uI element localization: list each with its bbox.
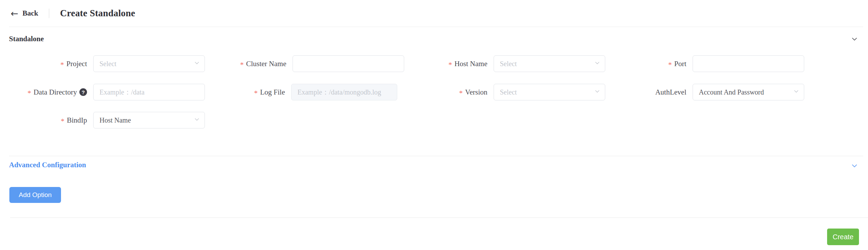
create-standalone-page: ← Back Create Standalone Standalone * Pr…	[0, 0, 868, 250]
required-marker: *	[61, 117, 64, 126]
bind-ip-label: * BindIp	[0, 116, 87, 125]
required-marker: *	[60, 61, 64, 69]
required-marker: *	[459, 89, 463, 98]
log-file-label: * Log File	[195, 88, 285, 97]
chevron-down-icon[interactable]	[851, 162, 858, 170]
host-name-select-placeholder: Select	[500, 60, 517, 68]
cluster-name-label: * Cluster Name	[196, 60, 286, 68]
required-marker: *	[240, 61, 244, 69]
form-item-port: * Port	[596, 55, 804, 72]
advanced-section-divider	[9, 156, 863, 156]
create-button[interactable]: Create	[827, 229, 859, 245]
project-label: * Project	[0, 60, 87, 68]
page-header: ← Back Create Standalone	[0, 0, 868, 27]
back-button[interactable]: ← Back	[11, 9, 38, 18]
data-directory-label: * Data Directory ?	[0, 88, 87, 97]
port-input[interactable]	[693, 56, 804, 72]
form-item-cluster-name: * Cluster Name	[196, 55, 404, 72]
port-label: * Port	[596, 60, 686, 68]
required-marker: *	[27, 89, 31, 98]
form-item-auth-level: AuthLevel Account And Password	[596, 84, 804, 100]
bind-ip-select[interactable]: Host Name	[93, 112, 205, 128]
form-item-host-name: * Host Name Select	[397, 55, 605, 72]
version-label: * Version	[397, 88, 487, 97]
add-option-button[interactable]: Add Option	[9, 187, 61, 203]
header-divider	[9, 27, 863, 27]
data-directory-field	[93, 84, 205, 100]
header-divider-vertical	[49, 9, 49, 18]
cluster-name-field	[293, 55, 404, 72]
chevron-down-icon[interactable]	[851, 35, 858, 43]
port-field	[693, 55, 804, 72]
question-circle-icon[interactable]: ?	[79, 88, 87, 96]
form-item-project: * Project Select	[0, 55, 205, 72]
required-marker: *	[254, 89, 258, 98]
back-label: Back	[23, 9, 38, 18]
host-name-label: * Host Name	[397, 60, 487, 68]
auth-level-label: AuthLevel	[596, 88, 686, 97]
log-file-field	[291, 84, 397, 100]
auth-level-select-value: Account And Password	[699, 88, 764, 96]
auth-level-select[interactable]: Account And Password	[693, 84, 804, 100]
form-item-log-file: * Log File	[195, 84, 397, 100]
project-select-placeholder: Select	[99, 60, 116, 68]
form-item-data-directory: * Data Directory ?	[0, 84, 205, 100]
cluster-name-input[interactable]	[293, 56, 404, 72]
required-marker: *	[448, 61, 452, 69]
required-marker: *	[668, 61, 672, 69]
project-select[interactable]: Select	[93, 55, 205, 72]
section-title-standalone: Standalone	[9, 35, 44, 43]
version-select[interactable]: Select	[494, 84, 605, 100]
page-title: Create Standalone	[60, 8, 135, 19]
bind-ip-select-value: Host Name	[99, 116, 131, 124]
version-select-placeholder: Select	[500, 88, 517, 96]
form-item-version: * Version Select	[397, 84, 605, 100]
data-directory-input[interactable]	[94, 84, 205, 100]
chevron-down-icon	[194, 116, 200, 124]
footer-divider	[10, 217, 868, 218]
host-name-select[interactable]: Select	[494, 55, 605, 72]
log-file-input	[292, 84, 397, 100]
form-item-bind-ip: * BindIp Host Name	[0, 112, 205, 128]
arrow-left-icon: ←	[11, 9, 18, 18]
advanced-configuration-toggle[interactable]: Advanced Configuration	[9, 161, 86, 169]
chevron-down-icon	[793, 88, 799, 96]
